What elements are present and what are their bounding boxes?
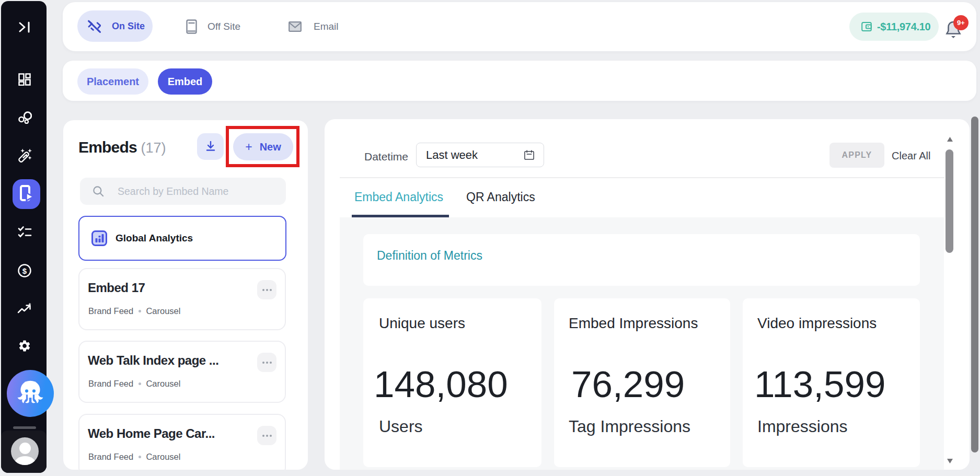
svg-text:$: $: [22, 266, 27, 275]
